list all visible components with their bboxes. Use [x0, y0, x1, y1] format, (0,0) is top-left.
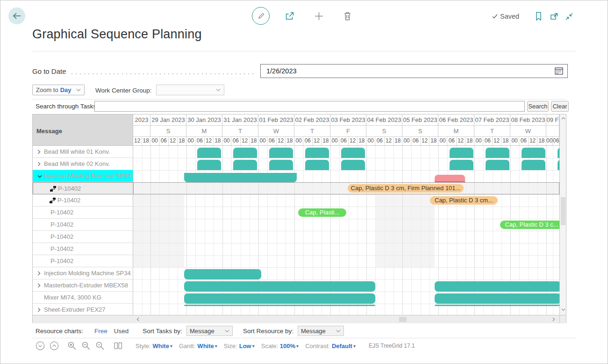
gantt-bar[interactable]: [522, 148, 545, 158]
clear-button[interactable]: Clear: [551, 101, 569, 112]
vertical-scrollbar[interactable]: [559, 114, 566, 315]
calendar-button[interactable]: [555, 67, 563, 75]
tree-row-task[interactable]: P-10402: [33, 219, 133, 231]
gantt-bar[interactable]: [305, 148, 329, 158]
gantt-bar[interactable]: [486, 148, 509, 158]
gantt-bar[interactable]: [435, 293, 559, 304]
collapse-button[interactable]: [565, 13, 573, 21]
size-select[interactable]: Low: [239, 343, 251, 350]
gantt-bar[interactable]: [233, 148, 257, 158]
day-header: 01 Feb 2023W00061218: [258, 114, 294, 146]
gridline: [142, 146, 143, 315]
gantt-bar[interactable]: [184, 305, 375, 306]
gantt-style-select[interactable]: White: [197, 343, 214, 350]
day-date-label: 29 Jan 2023: [150, 114, 186, 126]
expand-all-button[interactable]: [36, 341, 45, 350]
tree-row-label: Sheet-Extruder PEX27: [44, 306, 106, 313]
tree-row-resource[interactable]: Masterbatch-Extruder MBEX58: [33, 279, 133, 292]
hour-cell: 12: [277, 137, 286, 145]
zoom-to-select[interactable]: Zoom to Day: [32, 85, 85, 95]
gantt-bar[interactable]: [269, 160, 293, 170]
gantt-bar[interactable]: [450, 160, 473, 170]
gantt-bar[interactable]: Cap, Plastic D 3 cm...: [430, 196, 498, 205]
delete-button[interactable]: [343, 11, 351, 21]
horizontal-scroll-thumb[interactable]: [399, 317, 407, 322]
tree-row-task[interactable]: P-10402: [33, 231, 133, 243]
scroll-right-arrow-icon[interactable]: [551, 316, 557, 322]
chevron-right-icon[interactable]: [37, 150, 41, 154]
graphical-sequence-planning-page: Graphical Sequence Planning: [0, 0, 608, 364]
chevron-right-icon[interactable]: [37, 162, 41, 166]
gantt-bar[interactable]: [435, 175, 465, 182]
tree-row-task[interactable]: P-10402: [33, 243, 133, 255]
gantt-bar[interactable]: Cap, Plastic D 3 cm, Firm Planned 101...: [348, 184, 464, 193]
tree-column-header[interactable]: Message: [33, 114, 133, 146]
print-preview-icon[interactable]: [114, 342, 122, 350]
scroll-left-arrow-icon[interactable]: [135, 316, 141, 322]
gantt-bar[interactable]: [435, 305, 559, 306]
tree-row-resource[interactable]: Injection Molding Machine SP33: [33, 170, 133, 182]
zoom-reset-icon[interactable]: [95, 341, 105, 350]
gantt-bar[interactable]: [486, 160, 509, 170]
gantt-bar[interactable]: [233, 160, 257, 170]
share-button[interactable]: [285, 11, 295, 21]
resource-charts-used-toggle[interactable]: Used: [114, 328, 129, 335]
gantt-bar[interactable]: [341, 148, 365, 158]
chevron-right-icon[interactable]: [37, 307, 41, 312]
gantt-bar[interactable]: [305, 160, 329, 170]
row-gridline: [133, 194, 559, 195]
gantt-bar[interactable]: [184, 281, 375, 292]
gantt-bar[interactable]: Cap, Plasti...: [298, 208, 346, 217]
gantt-bar[interactable]: [450, 148, 473, 158]
gantt-bar[interactable]: [184, 293, 375, 304]
hour-cell: 12: [493, 137, 501, 145]
search-tasks-input[interactable]: [94, 101, 525, 112]
contrast-select[interactable]: Default: [332, 343, 352, 350]
tree-row-task[interactable]: P-10402: [33, 182, 133, 194]
sort-resource-select[interactable]: Message: [298, 326, 344, 336]
chevron-right-icon[interactable]: [37, 271, 41, 276]
sort-tasks-select[interactable]: Message: [186, 326, 233, 336]
chevron-right-icon[interactable]: [37, 283, 41, 288]
tree-row-task[interactable]: P-10402: [33, 255, 133, 267]
open-in-window-button[interactable]: [550, 13, 558, 21]
work-center-group-select[interactable]: [156, 85, 224, 95]
add-button[interactable]: [315, 12, 323, 21]
gantt-bar[interactable]: [184, 269, 261, 279]
gantt-bar[interactable]: [269, 148, 293, 158]
zoom-in-icon[interactable]: [67, 341, 77, 350]
gantt-bar[interactable]: [197, 160, 221, 170]
gantt-bar[interactable]: [197, 148, 221, 158]
tree-row-resource[interactable]: Sheet-Extruder PEX27: [33, 304, 133, 315]
gantt-bar[interactable]: [435, 281, 559, 292]
tree-row-resource[interactable]: Bead Mill white 02 Konv.: [33, 158, 133, 170]
hour-cell: 00: [150, 137, 159, 145]
tree-row-task[interactable]: P-10402: [33, 194, 133, 207]
gantt-bar[interactable]: [522, 160, 545, 170]
treegrid-brand-label: EJS TreeGrid 17.1: [369, 343, 415, 349]
horizontal-scrollbar[interactable]: [33, 315, 559, 323]
gantt-bar[interactable]: Cap, Plastic D 3 c...: [500, 221, 559, 229]
tree-row-resource[interactable]: Mixer MI74, 3000 KG: [33, 292, 133, 304]
edit-button[interactable]: [252, 7, 270, 25]
tree-row-task[interactable]: P-10402: [33, 207, 133, 219]
chevron-down-icon[interactable]: [37, 175, 42, 178]
gantt-bar[interactable]: [341, 160, 365, 170]
bookmark-button[interactable]: [535, 12, 542, 21]
day-date-label: 02 Feb 2023: [294, 114, 330, 126]
collapse-all-button[interactable]: [50, 341, 59, 350]
style-select[interactable]: White: [153, 343, 169, 350]
scale-select[interactable]: 100%: [280, 343, 295, 350]
zoom-out-icon[interactable]: [81, 341, 91, 350]
vertical-scroll-thumb[interactable]: [561, 197, 565, 225]
gantt-bar[interactable]: [184, 173, 297, 182]
tree-row-resource[interactable]: Injection Molding Machine SP34: [33, 267, 133, 279]
resource-charts-free-toggle[interactable]: Free: [94, 328, 107, 335]
day-hours-row: 00061218: [330, 137, 366, 146]
search-button[interactable]: Search: [527, 101, 549, 112]
scroll-up-arrow-icon[interactable]: [560, 115, 566, 121]
goto-date-input[interactable]: [260, 64, 568, 78]
tree-row-resource[interactable]: Bead Mill white 01 Konv.: [33, 146, 133, 158]
scroll-down-arrow-icon[interactable]: [560, 307, 566, 313]
back-button[interactable]: [8, 7, 25, 24]
